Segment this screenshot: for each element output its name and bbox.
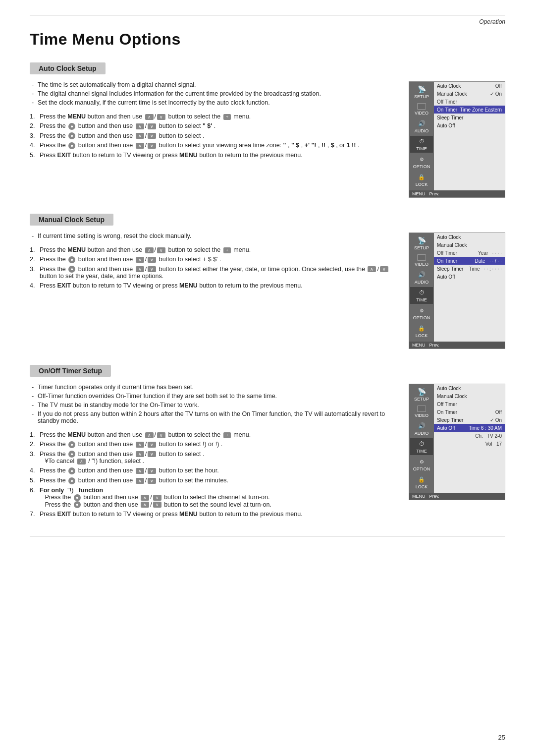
ok-btn-t6: ● (74, 501, 81, 508)
tv-row-on-timer-1: On Timer Time Zone Eastern (434, 106, 505, 114)
option-icon-2: ⚙ (417, 306, 427, 314)
tv-main-3: Auto Clock Manual Clock Off Timer O (434, 384, 505, 493)
sidebar-time-3[interactable]: ⏱ TIME (410, 438, 433, 455)
manual-clock-step-3: 3. Press the ● button and then use ∧/∨ b… (30, 266, 399, 280)
nav-btn-7: ∧ (136, 143, 144, 149)
antenna-icon: 📡 (417, 85, 427, 93)
sidebar-setup[interactable]: 📡 SETUP (410, 84, 433, 101)
antenna-icon-2: 📡 (417, 236, 427, 244)
tv-row-sleep-3: Sleep Timer ✓ On (434, 416, 505, 424)
tv-row-auto-clock-1: Auto Clock Off (434, 82, 505, 90)
onoff-timer-content: Timer function operates only if current … (30, 384, 505, 520)
manual-clock-header: Manual Clock Setup (30, 214, 113, 226)
tv-main-1: Auto Clock Off Manual Clock ✓ On Off Tim… (434, 82, 505, 190)
sidebar-option[interactable]: ⚙ OPTION (410, 154, 433, 171)
sidebar-setup-2[interactable]: 📡 SETUP (410, 235, 433, 252)
nav-btn-m8: ∨ (380, 266, 388, 272)
onoff-timer-bullets: Timer function operates only if current … (30, 384, 399, 424)
tv-bottom-3: MENU Prev. (409, 493, 505, 500)
sidebar-lock[interactable]: 🔒 LOCK (410, 172, 433, 188)
audio-icon-2: 🔊 (417, 271, 427, 279)
sidebar-audio-2[interactable]: 🔊 AUDIO (410, 269, 433, 286)
manual-clock-bullets: If current time setting is wrong, reset … (30, 233, 399, 239)
sidebar-video[interactable]: VIDEO (410, 102, 433, 117)
sidebar-audio-label: AUDIO (415, 128, 429, 133)
nav-btn-4: ∨ (148, 123, 156, 129)
tv-row-sleep-2: Sleep Timer Time · · : · · · · (434, 265, 505, 273)
audio-icon-3: 🔊 (417, 422, 427, 430)
tv-main-2: Auto Clock Manual Clock Off Timer Year ·… (434, 233, 505, 342)
tv-menu-label-3: MENU (412, 494, 426, 499)
manual-clock-step-2: 2. Press the ● button and then use ∧/∨ b… (30, 256, 399, 263)
sidebar-audio[interactable]: 🔊 AUDIO (410, 118, 433, 135)
ok-btn-t3: ● (68, 467, 75, 474)
operation-label: Operation (30, 18, 505, 25)
auto-clock-bullet-1: The time is set automatically from a dig… (32, 81, 399, 88)
tv-icon (417, 103, 426, 110)
sidebar-setup-label: SETUP (414, 94, 429, 99)
sidebar-option-3[interactable]: ⚙ OPTION (410, 456, 433, 473)
ok-btn-3: ● (68, 142, 75, 149)
nav-btn-t10: ∧ (136, 478, 144, 484)
option-icon-3: ⚙ (417, 458, 427, 465)
tv-row-on-timer-2: On Timer Date · · / · · (434, 257, 505, 265)
ok-btn: ● (68, 123, 75, 130)
auto-clock-content: The time is set automatically from a dig… (30, 81, 505, 198)
onoff-bullet-4: If you do not press any button within 2 … (32, 410, 399, 424)
onoff-step-4: 4. Press the ● button and then use ∧/∨ b… (30, 467, 399, 474)
onoff-bullet-1: Timer function operates only if current … (32, 384, 399, 391)
sidebar-time-label: TIME (416, 146, 427, 151)
manual-clock-text: If current time setting is wrong, reset … (30, 233, 399, 291)
nav-btn-t4: ∨ (148, 442, 156, 448)
onoff-timer-text: Timer function operates only if current … (30, 384, 399, 520)
auto-clock-tv-panel: 📡 SETUP VIDEO 🔊 AUDIO ⏱ (409, 81, 505, 198)
sidebar-lock-2[interactable]: 🔒 LOCK (410, 323, 433, 340)
onoff-bullet-2: Off-Timer function overrides On-Timer fu… (32, 393, 399, 400)
tv-menu-label-1: MENU (412, 191, 426, 196)
nav-btn-t13: ∨ (153, 495, 161, 501)
ok-btn-t1: ● (68, 441, 75, 448)
tv-prev-label-3: Prev. (429, 494, 439, 499)
nav-btn-m4: ∨ (148, 257, 156, 263)
sidebar-video-3[interactable]: VIDEO (410, 404, 433, 419)
auto-clock-step-4: 4. Press the ● button and then use ∧/∨ b… (30, 142, 399, 149)
nav-btn-t8: ∧ (136, 468, 144, 474)
sidebar-option-2[interactable]: ⚙ OPTION (410, 305, 433, 322)
lock-icon-3: 🔒 (417, 475, 427, 483)
nav-btn-t14: ∧ (141, 502, 149, 508)
tv-row-sleep-1: Sleep Timer (434, 114, 505, 121)
time-icon-2: ⏱ (417, 289, 427, 296)
tv-sidebar-2: 📡 SETUP VIDEO 🔊 AUDIO ⏱ (409, 233, 434, 342)
sidebar-lock-label: LOCK (416, 182, 428, 187)
nav-btn: ∧ (145, 114, 154, 120)
plus-btn: + (223, 114, 231, 120)
tv-row-manual-clock-2: Manual Clock (434, 241, 505, 249)
tv-sidebar-1: 📡 SETUP VIDEO 🔊 AUDIO ⏱ (409, 82, 434, 190)
manual-clock-content: If current time setting is wrong, reset … (30, 233, 505, 349)
nav-btn-t11: ∨ (148, 478, 156, 484)
tv-prev-label-2: Prev. (429, 343, 439, 348)
tv-icon-2 (417, 254, 426, 261)
antenna-icon-3: 📡 (417, 388, 427, 396)
plus-btn-m: + (223, 247, 231, 253)
sidebar-time-2[interactable]: ⏱ TIME (410, 287, 433, 304)
onoff-step-6: 6. For only "!) function Press the ● but… (30, 487, 399, 508)
tv-row-auto-off-3: Auto Off Time 6 : 30 AM (434, 424, 505, 432)
sidebar-video-label: VIDEO (415, 111, 428, 116)
nav-btn-m1: ∧ (145, 247, 154, 253)
auto-clock-bullet-3: Set the clock manually, if the current t… (32, 99, 399, 106)
page-number: 25 (498, 734, 505, 741)
bottom-rule (30, 536, 505, 536)
onoff-step-1: 1. Press the MENU button and then use ∧/… (30, 431, 399, 438)
onoff-step-5: 5. Press the ● button and then use ∧/∨ b… (30, 477, 399, 484)
onoff-step-2: 2. Press the ● button and then use ∧/∨ b… (30, 441, 399, 448)
sidebar-setup-3[interactable]: 📡 SETUP (410, 386, 433, 403)
sidebar-lock-3[interactable]: 🔒 LOCK (410, 474, 433, 491)
sidebar-audio-3[interactable]: 🔊 AUDIO (410, 420, 433, 437)
onoff-timer-section: On/Off Timer Setup Timer function operat… (30, 365, 505, 520)
tv-row-off-timer-3: Off Timer (434, 400, 505, 408)
sidebar-time[interactable]: ⏱ TIME (410, 136, 433, 153)
tv-row-auto-off-2: Auto Off (434, 273, 505, 281)
tv-sidebar-3: 📡 SETUP VIDEO 🔊 AUDIO ⏱ (409, 384, 434, 493)
sidebar-video-2[interactable]: VIDEO (410, 253, 433, 268)
